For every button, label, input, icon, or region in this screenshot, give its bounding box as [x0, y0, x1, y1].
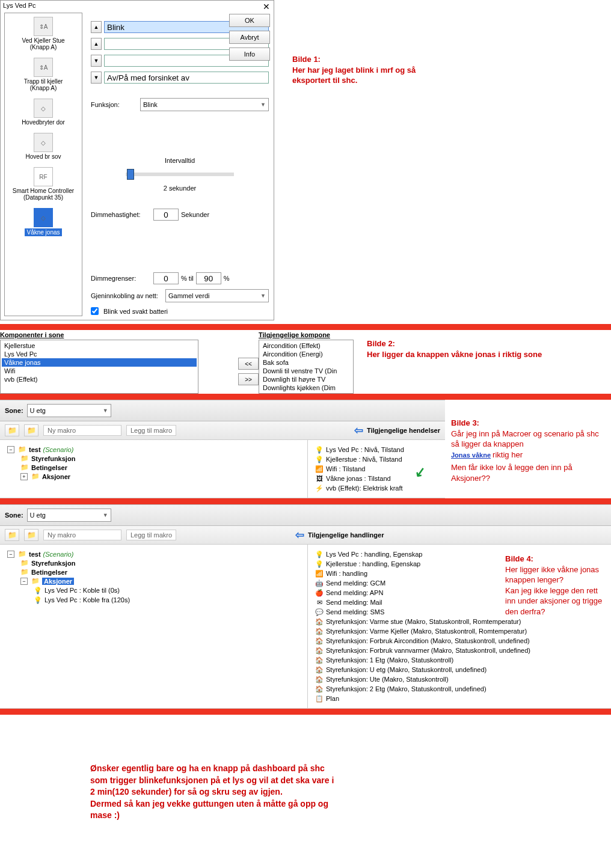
- handling-item[interactable]: 🏠Styrefunksjon: Ute (Makro, Statuskontro…: [313, 674, 606, 684]
- legg-til-makro-button[interactable]: Legg til makro: [126, 425, 176, 436]
- collapse-toggle[interactable]: −: [7, 551, 14, 558]
- funksjon-label: Funksjon:: [91, 101, 138, 108]
- ok-button[interactable]: OK: [229, 14, 270, 27]
- arrow-left-icon: ⇦: [354, 424, 363, 437]
- list-item[interactable]: Kjellerstue: [2, 341, 197, 350]
- handling-item[interactable]: 🏠Styrefunksjon: 2 Etg (Makro, Statuskont…: [313, 684, 606, 694]
- tilgjengelige-listbox[interactable]: Aircondition (Effekt) Aircondition (Ener…: [259, 340, 354, 394]
- move-up2-button[interactable]: ▲: [91, 38, 102, 50]
- handling-item[interactable]: 🏠Styrefunksjon: 1 Etg (Makro, Statuskont…: [313, 655, 606, 665]
- expand-toggle[interactable]: +: [20, 473, 28, 480]
- list-item[interactable]: Aircondition (Energi): [260, 350, 352, 358]
- event-item-vakne-jonas[interactable]: Våkne jonas : Tilstand: [326, 475, 391, 482]
- annotation-3-title: Bilde 3:: [451, 418, 601, 429]
- tree-root[interactable]: test: [29, 446, 41, 453]
- tilgjengelige-hendelser-label: Tilgjengelige hendelser: [367, 427, 440, 434]
- list-item[interactable]: Bak sofa: [260, 358, 352, 367]
- item-icon: 🏠: [315, 646, 324, 655]
- sone-value: U etg: [30, 407, 46, 414]
- event-item[interactable]: vvb (Effekt): Elektrisk kraft: [326, 484, 403, 492]
- list-item-selected[interactable]: Våkne jonas: [2, 358, 197, 367]
- list-item[interactable]: vvb (Effekt): [2, 375, 197, 384]
- avbryt-button[interactable]: Avbryt: [229, 31, 270, 44]
- folder-icon: 📁: [20, 463, 29, 471]
- event-item[interactable]: Lys Ved Pc : Nivå, Tilstand: [326, 446, 404, 453]
- tree-root[interactable]: test: [29, 551, 41, 558]
- move-up-button[interactable]: ▲: [91, 21, 102, 33]
- device-hovedbryter-dor[interactable]: ◇ Hovedbryter dor: [22, 99, 65, 126]
- tree-item-aksjoner[interactable]: Aksjoner: [42, 473, 70, 480]
- list-item[interactable]: Downligh til høyre TV: [260, 375, 352, 384]
- slider-thumb[interactable]: [127, 169, 134, 180]
- move-right-button[interactable]: >>: [238, 373, 259, 385]
- handling-item[interactable]: 🏠Styrefunksjon: Varme Kjeller (Makro, St…: [313, 626, 606, 636]
- annotation-3-l5: Men får ikke lov å legge den inn på Aksj…: [451, 462, 601, 483]
- sone-label: Sone:: [5, 407, 23, 414]
- handling-item[interactable]: 🏠Styrefunksjon: U etg (Makro, Statuskont…: [313, 665, 606, 674]
- list-item[interactable]: Downlights kjøkken (Dim: [260, 384, 352, 392]
- item-icon: 💬: [315, 608, 324, 616]
- intervall-slider[interactable]: [126, 173, 234, 176]
- handling-item[interactable]: 📋Plan: [313, 694, 606, 703]
- sone-select[interactable]: U etg ▼: [27, 404, 111, 417]
- tilgjengelige-heading: Tilgjengelige kompone: [259, 330, 355, 340]
- device-hoved-br-sov[interactable]: ◇ Hoved br sov: [26, 133, 61, 160]
- move-down-button[interactable]: ▼: [91, 55, 102, 67]
- device-shc[interactable]: RF Smart Home Controller (Datapunkt 35): [13, 167, 74, 201]
- chevron-down-icon: ▼: [103, 512, 108, 518]
- dimmegrenser-lo-input[interactable]: [153, 272, 179, 284]
- list-item[interactable]: Lys Ved Pc: [2, 350, 197, 358]
- blink-batteri-checkbox[interactable]: [91, 307, 99, 315]
- folder-plus-icon[interactable]: 📁: [5, 529, 19, 541]
- funksjon-select[interactable]: Blink ▼: [140, 98, 269, 111]
- ny-makro-input[interactable]: Ny makro: [43, 530, 121, 540]
- sone-select[interactable]: U etg ▼: [27, 509, 111, 522]
- item-icon: 🍎: [315, 588, 324, 597]
- handling-item[interactable]: 🏠Styrefunksjon: Forbruk vannvarmer (Makr…: [313, 646, 606, 655]
- device-vakne-jonas[interactable]: ◇ Våkne jonas: [25, 208, 61, 236]
- handling-item[interactable]: 🏠Styrefunksjon: Forbruk Aircondition (Ma…: [313, 636, 606, 646]
- device-trapp[interactable]: ⇕A Trapp til kjeller (Knapp A): [24, 58, 63, 91]
- ny-makro-input[interactable]: Ny makro: [43, 425, 121, 436]
- tree-item-aksjoner-selected[interactable]: Aksjoner: [42, 578, 74, 585]
- tree-item-betingelser[interactable]: Betingelser: [31, 569, 67, 576]
- folder-plus-icon[interactable]: 📁: [5, 424, 19, 436]
- divider: [0, 394, 611, 400]
- tree-item-betingelser[interactable]: Betingelser: [31, 464, 67, 471]
- field-4[interactable]: [104, 72, 269, 84]
- action-item[interactable]: Lys Ved Pc : Koble til (0s): [45, 587, 120, 594]
- handling-item[interactable]: 🏠Styrefunksjon: Varme stue (Makro, Statu…: [313, 617, 606, 626]
- folder-plus2-icon[interactable]: 📁: [24, 529, 38, 541]
- item-icon: 📶: [315, 569, 324, 578]
- list-item[interactable]: Wifi: [2, 367, 197, 375]
- intervall-value: 2 sekunder: [91, 185, 269, 192]
- dimmegrenser-hi-input[interactable]: [196, 272, 221, 284]
- item-icon: 🏠: [315, 637, 324, 645]
- collapse-toggle[interactable]: −: [7, 446, 14, 453]
- action-item[interactable]: Lys Ved Pc : Koble fra (120s): [45, 596, 130, 604]
- collapse-toggle[interactable]: −: [20, 578, 28, 585]
- gjeninnkobling-select[interactable]: Gammel verdi ▼: [165, 289, 269, 302]
- folder-icon: 📁: [18, 550, 26, 558]
- folder-plus2-icon[interactable]: 📁: [24, 424, 38, 436]
- device-label: Trapp til kjeller (Knapp A): [24, 78, 63, 91]
- list-item[interactable]: Downli til venstre TV (Din: [260, 367, 352, 375]
- legg-til-makro-button[interactable]: Legg til makro: [126, 530, 176, 540]
- close-icon[interactable]: ✕: [263, 2, 270, 11]
- move-left-button[interactable]: <<: [238, 358, 259, 370]
- bulb-icon: 💡: [34, 596, 42, 604]
- list-item[interactable]: Aircondition (Effekt): [260, 341, 352, 350]
- annotation-1-body: Her har jeg laget blink i mrf og så eksp…: [292, 65, 425, 86]
- dimmehastighet-input[interactable]: [153, 209, 179, 221]
- info-button[interactable]: Info: [229, 47, 270, 61]
- tree-item-styrefunksjon[interactable]: Styrefunksjon: [31, 560, 75, 567]
- folder-icon: 📁: [31, 577, 40, 585]
- event-item[interactable]: Kjellerstue : Nivå, Tilstand: [326, 456, 402, 463]
- intervall-label: Intervalltid: [91, 157, 269, 164]
- device-ved-kjeller[interactable]: ⇕A Ved Kjeller Stue (Knapp A): [22, 17, 64, 50]
- tree-item-styrefunksjon[interactable]: Styrefunksjon: [31, 455, 75, 462]
- komponenter-heading: Komponenter i sone: [0, 330, 259, 340]
- event-item[interactable]: Wifi : Tilstand: [326, 465, 365, 472]
- komponenter-listbox[interactable]: Kjellerstue Lys Ved Pc Våkne jonas Wifi …: [0, 340, 198, 394]
- move-down2-button[interactable]: ▼: [91, 72, 102, 84]
